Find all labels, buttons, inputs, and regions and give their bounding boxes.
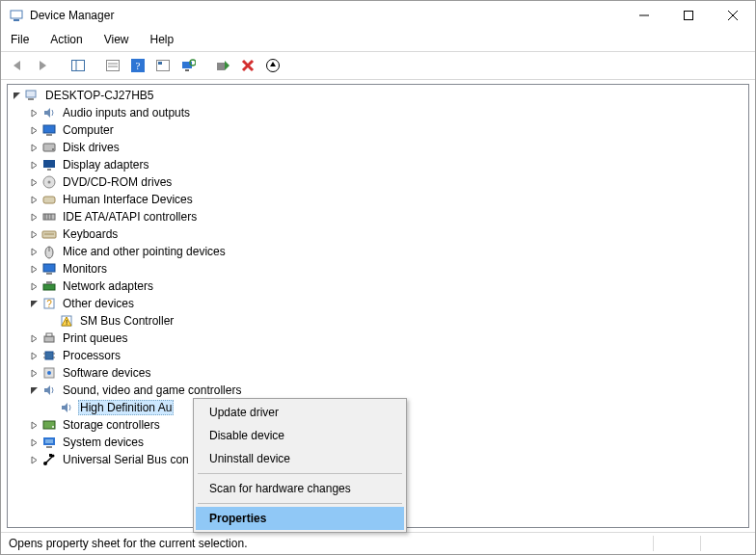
- context-menu-item[interactable]: Disable device: [196, 424, 404, 447]
- tree-device[interactable]: !SM Bus Controller: [8, 312, 748, 330]
- svg-marker-7: [40, 61, 46, 70]
- expand-icon[interactable]: [27, 453, 41, 467]
- expand-icon[interactable]: [27, 262, 41, 277]
- tree-category[interactable]: Monitors: [8, 260, 748, 278]
- tree-category-label: Universal Serial Bus con: [61, 453, 191, 466]
- computer-icon: [24, 88, 40, 103]
- svg-point-79: [47, 371, 51, 375]
- svg-rect-3: [685, 12, 693, 20]
- svg-marker-53: [32, 249, 37, 255]
- tree-category[interactable]: Computer: [8, 121, 748, 139]
- tree-category[interactable]: ?Other devices: [8, 295, 748, 312]
- toolbar: ?: [1, 51, 755, 80]
- svg-marker-86: [32, 439, 37, 446]
- tree-category[interactable]: Network adapters: [8, 278, 748, 295]
- collapse-icon[interactable]: [27, 383, 41, 398]
- expand-icon[interactable]: [27, 210, 41, 225]
- svg-rect-89: [46, 446, 52, 448]
- collapse-icon[interactable]: [10, 89, 24, 103]
- svg-rect-58: [46, 273, 52, 275]
- svg-point-42: [48, 181, 51, 184]
- maximize-button[interactable]: [666, 1, 711, 30]
- back-button[interactable]: [7, 54, 30, 77]
- tree-category[interactable]: Sound, video and game controllers: [8, 382, 748, 399]
- menu-view[interactable]: View: [100, 31, 133, 48]
- help-button[interactable]: ?: [126, 54, 149, 77]
- menu-file[interactable]: File: [7, 31, 33, 48]
- tree-category[interactable]: Software devices: [8, 364, 748, 382]
- expand-icon[interactable]: [27, 106, 41, 120]
- uninstall-device-button[interactable]: [236, 54, 259, 77]
- expand-icon[interactable]: [27, 123, 41, 138]
- speaker-icon: [41, 105, 57, 120]
- tree-category[interactable]: Human Interface Devices: [8, 191, 748, 208]
- tree-category-label: Disk drives: [61, 141, 122, 154]
- update-driver-button[interactable]: [261, 54, 284, 77]
- svg-marker-45: [32, 214, 37, 221]
- context-menu-item[interactable]: Update driver: [196, 401, 404, 424]
- display-icon: [41, 157, 57, 172]
- tree-category[interactable]: Display adapters: [8, 156, 748, 173]
- expand-icon[interactable]: [27, 245, 41, 259]
- expand-icon[interactable]: [27, 418, 41, 433]
- svg-marker-90: [32, 457, 37, 463]
- expand-icon[interactable]: [27, 279, 41, 294]
- forward-button[interactable]: [32, 54, 55, 77]
- context-menu-item[interactable]: Uninstall device: [196, 447, 404, 470]
- expand-icon[interactable]: [27, 141, 41, 155]
- tree-category-label: Sound, video and game controllers: [61, 383, 243, 397]
- tree-category-label: Network adapters: [61, 279, 155, 293]
- context-menu-item[interactable]: Scan for hardware changes: [196, 477, 404, 500]
- properties-button[interactable]: [101, 54, 124, 77]
- svg-rect-10: [107, 61, 120, 71]
- svg-marker-83: [32, 422, 37, 429]
- expand-icon[interactable]: [27, 175, 41, 190]
- tree-category-label: DVD/CD-ROM drives: [61, 175, 174, 189]
- menu-help[interactable]: Help: [147, 31, 178, 48]
- expand-icon[interactable]: [27, 193, 41, 207]
- tree-device-label: High Definition Au: [78, 400, 174, 415]
- svg-rect-38: [43, 160, 55, 168]
- cdrom-icon: [41, 174, 57, 190]
- expand-icon[interactable]: [27, 366, 41, 381]
- svg-rect-57: [43, 264, 55, 272]
- minimize-button[interactable]: [622, 1, 666, 30]
- svg-rect-94: [49, 454, 52, 457]
- close-button[interactable]: [711, 1, 755, 30]
- svg-rect-27: [26, 91, 36, 97]
- network-icon: [41, 278, 57, 294]
- tree-device-label: SM Bus Controller: [78, 314, 176, 328]
- svg-point-85: [52, 426, 54, 428]
- monitor-icon: [41, 122, 57, 138]
- toolbar-button-extra1[interactable]: [151, 54, 175, 77]
- svg-marker-77: [32, 370, 37, 377]
- tree-category[interactable]: Mice and other pointing devices: [8, 243, 748, 260]
- collapse-icon[interactable]: [27, 297, 41, 311]
- tree-category[interactable]: IDE ATA/ATAPI controllers: [8, 208, 748, 225]
- expand-icon[interactable]: [27, 349, 41, 363]
- tree-category-label: Display adapters: [61, 158, 150, 172]
- expand-icon[interactable]: [27, 227, 41, 242]
- svg-rect-16: [158, 62, 162, 65]
- svg-rect-0: [11, 11, 22, 18]
- tree-category[interactable]: Print queues: [8, 330, 748, 347]
- show-hide-tree-button[interactable]: [67, 54, 90, 77]
- scan-hardware-button[interactable]: [176, 54, 200, 77]
- tree-category-label: Audio inputs and outputs: [61, 106, 192, 119]
- tree-root[interactable]: DESKTOP-CJ27HB5: [8, 87, 748, 104]
- device-manager-window: Device Manager File Action View Help ? D…: [0, 0, 756, 555]
- tree-category[interactable]: Disk drives: [8, 139, 748, 156]
- keyboard-icon: [41, 226, 57, 242]
- expand-icon[interactable]: [27, 158, 41, 172]
- tree-category[interactable]: DVD/CD-ROM drives: [8, 173, 748, 191]
- expand-icon[interactable]: [27, 331, 41, 346]
- tree-category[interactable]: Keyboards: [8, 225, 748, 243]
- enable-device-button[interactable]: [211, 54, 234, 77]
- expand-icon[interactable]: [27, 436, 41, 450]
- context-menu: Update driverDisable deviceUninstall dev…: [193, 398, 407, 533]
- menu-action[interactable]: Action: [46, 31, 86, 48]
- statusbar-text: Opens property sheet for the current sel…: [9, 537, 653, 550]
- tree-category[interactable]: Audio inputs and outputs: [8, 104, 748, 121]
- context-menu-item[interactable]: Properties: [196, 507, 404, 530]
- tree-category[interactable]: Processors: [8, 347, 748, 364]
